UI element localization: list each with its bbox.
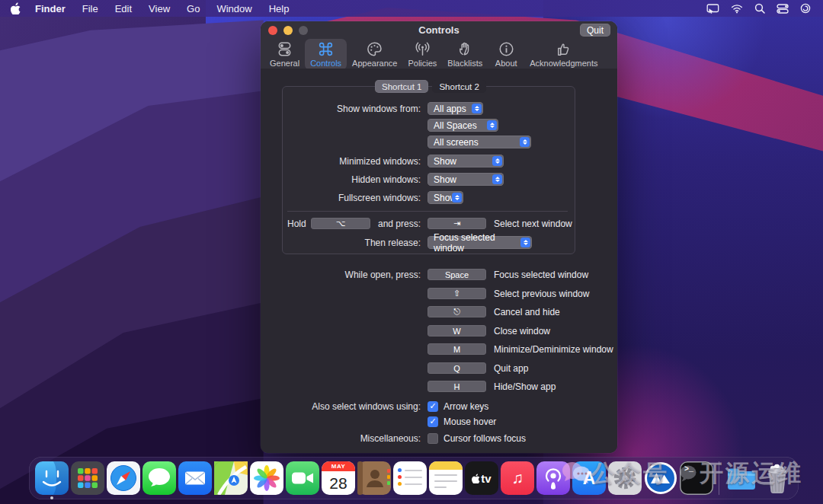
minimize-button[interactable] [283,26,293,35]
popup-spaces[interactable]: All Spaces [428,119,498,132]
dock-app-store[interactable]: A [572,461,606,495]
toolbar-tab-about[interactable]: About [488,39,524,70]
menu-item-help[interactable]: Help [261,3,298,14]
dock-notes[interactable] [429,461,463,495]
dock-launchpad[interactable] [71,461,104,495]
row-while-open-6: QQuit app [261,362,528,375]
dock-calendar[interactable]: MAY 28 [322,461,355,495]
app-store-glyph: A [583,468,596,489]
row-minimized-windows: Minimized windows: Show [261,155,504,167]
siri-icon[interactable] [800,3,811,14]
quit-button[interactable]: Quit [580,24,610,37]
toolbar-tab-acknowledgments[interactable]: Acknowledgments [524,39,603,70]
spotlight-search-icon[interactable] [754,3,765,14]
dock-mail[interactable] [178,461,212,495]
toolbar-label: Acknowledgments [530,59,597,68]
photos-icon [250,461,283,495]
safari-icon [107,461,140,495]
dock-downloads-folder[interactable] [725,461,758,495]
dock-contacts[interactable] [357,461,391,495]
dock-apple-tv[interactable]: tv [465,461,498,495]
screen-mirroring-icon[interactable] [706,3,719,14]
menu-item-view[interactable]: View [140,3,178,14]
row-hold-and-press: Hold ⌥ and press: ⇥ Select next window [261,217,617,230]
close-button[interactable] [268,26,277,35]
dock-trash[interactable] [761,461,794,495]
dock-facetime[interactable] [286,461,319,495]
toggles-icon [276,40,293,58]
facetime-icon [286,461,319,495]
tab-shortcut-2[interactable]: Shortcut 2 [432,80,485,93]
toolbar-tab-controls[interactable]: Controls [305,39,347,70]
checkbox-mouse-hover[interactable]: ✓ [428,416,438,427]
key-w[interactable]: W [428,325,486,337]
popup-stepper-icon [520,238,530,247]
key-q[interactable]: Q [428,362,486,374]
popup-minimized[interactable]: Show [428,155,504,167]
popup-apps[interactable]: All apps [428,102,483,115]
popup-then-release[interactable]: Focus selected window [428,236,532,249]
row-hidden-windows: Hidden windows: Show [261,173,504,186]
menu-status-area [706,3,823,14]
key-shift[interactable]: ⇧ [428,288,486,299]
apple-menu-icon[interactable] [11,2,21,14]
popup-value: Show [434,174,456,185]
row-while-open-5: MMinimize/Deminimize window [261,343,613,356]
dock-messages[interactable] [143,461,176,495]
dock-music[interactable]: ♫ [501,461,534,495]
palette-icon [366,40,383,58]
row-while-open-4: WClose window [261,324,550,337]
menu-item-finder[interactable]: Finder [27,3,74,14]
toolbar-tab-blacklists[interactable]: Blacklists [442,39,488,70]
popup-screens[interactable]: All screens [428,136,531,148]
popup-value: All screens [434,137,479,148]
dock-reminders[interactable] [393,461,427,495]
popup-hidden[interactable]: Show [428,173,504,186]
menu-item-edit[interactable]: Edit [107,3,140,14]
toolbar-label: Appearance [352,59,397,68]
menu-item-go[interactable]: Go [178,3,208,14]
menu-item-file[interactable]: File [74,3,107,14]
hold-key-recorder[interactable]: ⌥ [311,218,370,229]
toolbar-tab-general[interactable]: General [264,39,305,70]
music-note-icon: ♫ [511,469,524,487]
toolbar-tab-policies[interactable]: Policies [402,39,442,70]
action-label: Cancel and hide [494,307,560,317]
wifi-icon[interactable] [731,4,743,14]
row-while-open-7: HHide/Show app [261,380,556,393]
command-icon [317,40,335,58]
dock-system-settings[interactable] [608,461,642,495]
row-miscellaneous: Miscellaneous: Cursor follows focus [261,432,526,445]
and-press-label: and press: [376,219,421,229]
row-also-select-1: Also select windows using: ✓Arrow keys [261,400,488,413]
key-space[interactable]: Space [428,269,486,280]
toolbar-tab-appearance[interactable]: Appearance [347,39,402,70]
key-escape[interactable]: ⎋ [428,306,486,317]
control-center-icon[interactable] [777,4,789,14]
dock-finder[interactable] [35,461,69,495]
dock-safari[interactable] [107,461,140,495]
dock-photos[interactable] [250,461,283,495]
dock-mountain-app[interactable] [644,461,677,495]
press-key-recorder[interactable]: ⇥ [428,218,486,229]
checkbox-arrow-keys[interactable]: ✓ [428,401,438,412]
dock-maps[interactable] [214,461,248,495]
shortcut-tabs: Shortcut 1 Shortcut 2 [375,80,486,93]
mail-icon [178,461,212,495]
key-m[interactable]: M [428,343,486,355]
menu-item-window[interactable]: Window [208,3,260,14]
dock-terminal[interactable]: >_ [680,461,713,495]
dock-podcasts[interactable] [536,461,570,495]
launchpad-icon [71,461,104,495]
checkbox-cursor-follows-focus[interactable] [428,433,438,444]
thumbs-up-icon [555,40,572,58]
settings-gear-icon [608,461,642,495]
popup-fullscreen[interactable]: Show [428,191,463,204]
dock: MAY 28 tv ♫ A [29,457,799,499]
calendar-month: MAY [322,461,355,471]
title-bar[interactable]: Controls Quit [261,21,617,38]
dock-divider [719,461,719,495]
tab-shortcut-1[interactable]: Shortcut 1 [375,80,428,93]
key-h[interactable]: H [428,381,486,392]
checkbox-label: Arrow keys [444,401,488,412]
